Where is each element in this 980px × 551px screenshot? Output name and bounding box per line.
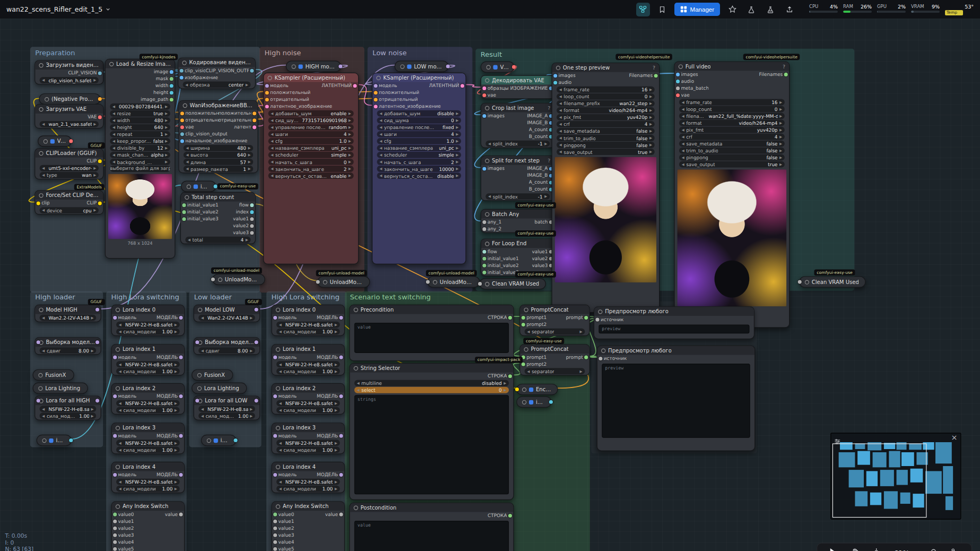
minimap-close-icon[interactable]: ×: [951, 434, 958, 442]
stat-label: VRAM: [911, 4, 924, 9]
stat-row: VRAM9%: [911, 4, 940, 10]
stat-vram: VRAM9%: [911, 4, 940, 15]
flask-icon-1[interactable]: [744, 3, 758, 16]
workflow-title: wan22_scens_Rifler_edit_1_5: [6, 5, 102, 13]
status-line: T: 0.00s: [5, 533, 33, 539]
select-tool-icon[interactable]: [829, 547, 838, 551]
stat-bar-fill: [843, 11, 851, 13]
manager-button[interactable]: Manager: [674, 3, 720, 16]
bookmark-icon[interactable]: [655, 3, 669, 16]
status-line: N: 63 [63]: [5, 546, 33, 551]
stat-value: 9%: [932, 4, 940, 10]
minimap[interactable]: ×: [830, 433, 961, 519]
temp-chip: Temp: [945, 10, 963, 15]
stat-bar: [911, 11, 940, 13]
node-graph-canvas[interactable]: PreparationHigh noiseLow noiseResultHigh…: [0, 19, 980, 551]
workflow-menu[interactable]: wan22_scens_Rifler_edit_1_5: [6, 5, 110, 13]
theme-light-icon[interactable]: [929, 547, 938, 551]
stat-row: RAM26%: [843, 4, 872, 10]
stat-bar-fill: [911, 11, 914, 13]
flask-icon-2[interactable]: [764, 3, 777, 16]
stat-label: RAM: [843, 4, 853, 9]
minimap-node: [935, 442, 952, 463]
stat-value: 53°: [965, 4, 974, 10]
minimap-node: [925, 471, 942, 494]
puzzle-icon: [680, 6, 687, 13]
pan-tool-icon[interactable]: [851, 547, 860, 551]
stat-value: 2%: [898, 4, 906, 10]
manager-label: Manager: [690, 6, 714, 13]
stat-ram: RAM26%: [843, 4, 872, 15]
star-icon[interactable]: [725, 3, 739, 16]
performance-status: T: 0.00sI: 0N: 63 [63]V: 136FPS:59.88: [5, 533, 33, 551]
status-line: I: 0: [5, 539, 33, 546]
stat-bar: [809, 11, 838, 13]
comfyui-app: wan22_scens_Rifler_edit_1_5 Manager: [0, 0, 980, 551]
ui-overlay: T: 0.00sI: 0N: 63 [63]V: 136FPS:59.88 ⣿ …: [0, 19, 980, 551]
fit-view-icon[interactable]: [872, 547, 881, 551]
canvas-controls: 61%: [817, 543, 972, 551]
stat-label: GPU: [877, 4, 887, 9]
stat-row: GPU2%: [877, 4, 906, 10]
stat-gpu: GPU2%: [877, 4, 906, 15]
zoom-control[interactable]: 61%: [894, 549, 916, 551]
stat-bar-fill: [809, 11, 810, 13]
stat-temp: 53°Temp: [945, 4, 974, 15]
stat-bar: [843, 11, 872, 13]
top-menubar: wan22_scens_Rifler_edit_1_5 Manager: [0, 0, 980, 19]
stat-cpu: CPU4%: [809, 4, 838, 15]
stat-label: CPU: [809, 4, 818, 9]
stat-value: 26%: [861, 4, 872, 10]
stat-value: 4%: [830, 4, 838, 10]
chevron-down-icon: [106, 7, 110, 12]
minimap-viewport[interactable]: [832, 443, 927, 518]
topbar-actions: Manager CPU4%RAM26%GPU2%VRAM9%53°Temp: [636, 3, 974, 16]
stat-bar: [877, 11, 906, 13]
stat-row: CPU4%: [809, 4, 838, 10]
minimap-node: [943, 466, 953, 494]
zoom-level: 61%: [894, 549, 909, 551]
share-icon[interactable]: [783, 3, 796, 16]
system-stats: CPU4%RAM26%GPU2%VRAM9%53°Temp: [809, 4, 974, 15]
minimap-node: [946, 496, 953, 510]
stat-bar-fill: [877, 11, 878, 13]
workflow-icon[interactable]: [636, 3, 650, 16]
stat-row: 53°: [945, 4, 974, 10]
toggle-links-icon[interactable]: [951, 547, 960, 551]
